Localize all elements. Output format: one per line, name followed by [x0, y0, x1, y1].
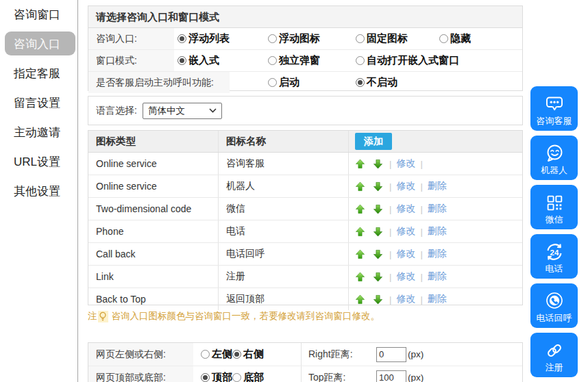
move-down-icon[interactable]: [373, 294, 383, 305]
radio-icon[interactable]: [177, 56, 186, 65]
sidebar-item-consult-entry[interactable]: 咨询入口: [0, 29, 77, 59]
radio-option-disable[interactable]: 不启动: [356, 72, 397, 93]
table-row: Online service 咨询客服 | 修改 |: [88, 153, 522, 175]
radio-icon[interactable]: [268, 78, 277, 87]
radio-icon[interactable]: [268, 34, 277, 43]
radio-icon[interactable]: [356, 34, 365, 43]
radio-label: 不启动: [367, 76, 397, 89]
move-up-icon[interactable]: [355, 272, 365, 282]
icon-name-cell: 返回顶部: [219, 288, 349, 310]
quick-button-callback[interactable]: 电话回呼: [530, 283, 578, 328]
right-distance-label: Right距离:: [308, 343, 353, 366]
quick-button-phone[interactable]: 24 电话: [530, 234, 578, 279]
icon-type-cell: Link: [88, 266, 219, 288]
delete-link[interactable]: 删除: [428, 270, 447, 283]
note-prefix: 注: [88, 310, 97, 322]
row-label: 咨询入口:: [88, 28, 174, 49]
separator: |: [420, 294, 422, 305]
delete-link[interactable]: 删除: [428, 225, 447, 238]
radio-option-float-icon[interactable]: 浮动图标: [268, 28, 320, 49]
edit-link[interactable]: 修改: [396, 270, 415, 283]
icon-name-cell: 注册: [219, 266, 349, 288]
radio-option-auto-open-embedded[interactable]: 自动打开嵌入式窗口: [356, 50, 459, 71]
move-up-icon[interactable]: [355, 249, 365, 259]
quick-button-register[interactable]: 注册: [530, 333, 578, 377]
sidebar-item-proactive-invite[interactable]: 主动邀请: [0, 118, 77, 147]
radio-option-bottom[interactable]: 底部: [232, 366, 264, 382]
move-up-icon[interactable]: [355, 204, 365, 214]
radio-icon[interactable]: [356, 78, 365, 87]
add-button[interactable]: 添加: [355, 133, 392, 150]
move-down-icon[interactable]: [373, 272, 383, 282]
radio-label: 嵌入式: [188, 54, 219, 67]
phone-callback-icon: [543, 289, 565, 314]
edit-link[interactable]: 修改: [396, 225, 415, 238]
edit-link[interactable]: 修改: [396, 180, 415, 192]
radio-label: 独立弹窗: [279, 54, 320, 67]
delete-link[interactable]: 删除: [428, 293, 447, 305]
radio-icon[interactable]: [232, 350, 241, 359]
table-row: Link 注册 | 修改 | 删除: [88, 266, 522, 288]
top-distance-input[interactable]: [376, 370, 406, 382]
separator: |: [420, 159, 422, 169]
radio-icon[interactable]: [201, 350, 210, 359]
radio-option-top[interactable]: 顶部: [201, 366, 232, 382]
move-up-icon[interactable]: [355, 227, 365, 237]
separator: |: [389, 294, 391, 305]
quick-button-consult[interactable]: 咨询客服: [530, 86, 578, 131]
move-up-icon[interactable]: [355, 181, 365, 192]
right-distance-input[interactable]: [376, 347, 406, 362]
edit-link[interactable]: 修改: [396, 293, 415, 305]
radio-icon[interactable]: [201, 373, 210, 382]
entry-mode-panel: 请选择咨询入口和窗口模式 咨询入口: 浮动列表 浮动图标 固定图标 隐藏 窗口模…: [88, 5, 523, 91]
main-content: 请选择咨询入口和窗口模式 咨询入口: 浮动列表 浮动图标 固定图标 隐藏 窗口模…: [88, 0, 523, 382]
radio-icon[interactable]: [232, 373, 241, 382]
radio-label: 浮动列表: [188, 32, 230, 45]
delete-link[interactable]: 删除: [428, 248, 447, 260]
radio-option-hidden[interactable]: 隐藏: [439, 28, 471, 49]
move-up-icon[interactable]: [355, 294, 365, 305]
move-down-icon[interactable]: [373, 181, 383, 192]
sidebar-item-assign-agent[interactable]: 指定客服: [0, 59, 77, 88]
sidebar-item-consult-window[interactable]: 咨询窗口: [0, 0, 77, 29]
radio-icon[interactable]: [268, 56, 277, 65]
move-down-icon[interactable]: [373, 159, 383, 169]
sidebar-item-url-settings[interactable]: URL设置: [0, 147, 77, 177]
radio-label: 固定图标: [367, 32, 408, 45]
separator: |: [389, 227, 391, 237]
delete-link[interactable]: 删除: [428, 180, 447, 192]
form-row-entry-type: 咨询入口: 浮动列表 浮动图标 固定图标 隐藏: [88, 28, 522, 50]
radio-option-left[interactable]: 左侧: [201, 343, 232, 366]
radio-option-fixed-icon[interactable]: 固定图标: [356, 28, 408, 49]
quick-button-robot[interactable]: 机器人: [530, 136, 578, 180]
move-down-icon[interactable]: [373, 227, 383, 237]
radio-option-float-list[interactable]: 浮动列表: [177, 28, 230, 49]
radio-icon[interactable]: [177, 34, 186, 43]
radio-option-embedded[interactable]: 嵌入式: [177, 50, 219, 71]
radio-option-enable[interactable]: 启动: [268, 72, 299, 93]
radio-icon[interactable]: [356, 56, 365, 65]
radio-icon[interactable]: [439, 34, 448, 43]
radio-option-popup[interactable]: 独立弹窗: [268, 50, 320, 71]
language-select-value: 简体中文: [148, 105, 185, 117]
move-up-icon[interactable]: [355, 159, 365, 169]
delete-link[interactable]: 删除: [428, 203, 447, 215]
language-select[interactable]: 简体中文: [143, 103, 222, 119]
sidebar-item-message-settings[interactable]: 留言设置: [0, 88, 77, 118]
cell-divider: [301, 343, 302, 366]
radio-option-right[interactable]: 右侧: [232, 343, 264, 366]
edit-link[interactable]: 修改: [396, 203, 415, 215]
edit-link[interactable]: 修改: [396, 248, 415, 260]
move-down-icon[interactable]: [373, 204, 383, 214]
sidebar-item-label: 咨询入口: [0, 36, 60, 52]
edit-link[interactable]: 修改: [396, 157, 415, 170]
quick-button-label: 机器人: [541, 166, 567, 175]
quick-button-wechat[interactable]: 微信: [530, 185, 578, 229]
quick-button-label: 注册: [546, 363, 563, 372]
quick-entry-buttons: 咨询客服 机器人: [530, 86, 578, 382]
move-down-icon[interactable]: [373, 249, 383, 259]
unit-label: (px): [408, 343, 424, 366]
sidebar-item-other-settings[interactable]: 其他设置: [0, 177, 77, 206]
chevron-down-icon: [209, 108, 217, 113]
quick-button-label: 电话回呼: [537, 314, 572, 323]
